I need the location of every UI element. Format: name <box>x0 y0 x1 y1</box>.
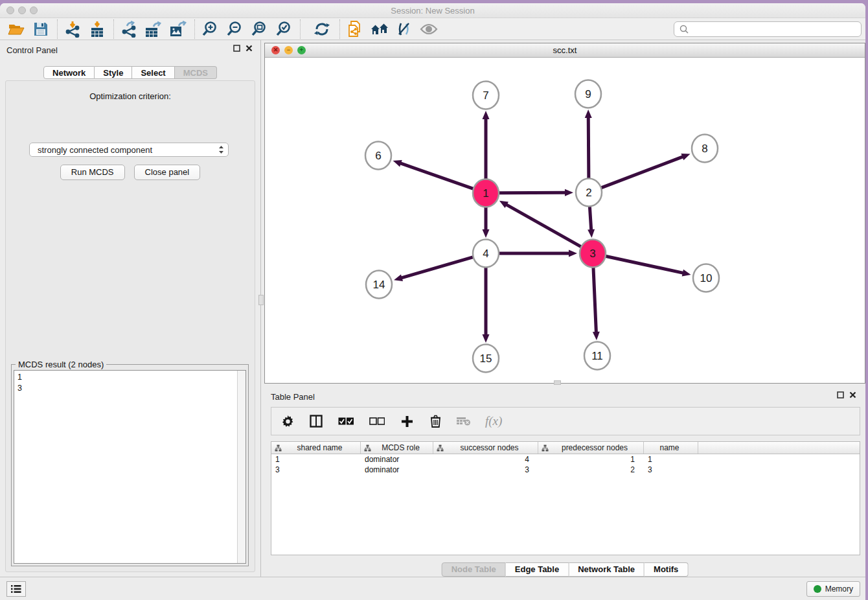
horizontal-splitter-grip[interactable] <box>554 380 561 385</box>
zoom-out-icon[interactable] <box>225 20 244 38</box>
table-cell[interactable]: 1 <box>538 454 644 465</box>
tab-node-table[interactable]: Node Table <box>442 562 506 577</box>
column-header-name[interactable]: name <box>644 442 698 454</box>
control-panel-title: Control Panel <box>6 45 58 55</box>
network-canvas[interactable]: 1234678910111415 <box>265 58 865 383</box>
zoom-in-icon[interactable] <box>200 20 220 38</box>
edge-2-8[interactable] <box>602 157 683 187</box>
result-scrollbar[interactable] <box>237 371 246 563</box>
column-header-predecessor-nodes[interactable]: predecessor nodes <box>538 442 644 454</box>
edge-1-6[interactable] <box>401 163 473 189</box>
table-cell[interactable]: 1 <box>271 454 361 465</box>
tab-edge-table[interactable]: Edge Table <box>506 562 569 577</box>
svg-text:3: 3 <box>589 248 595 260</box>
graph-node-2[interactable]: 2 <box>576 179 602 207</box>
column-header-mcds-role[interactable]: MCDS role <box>361 442 433 454</box>
open-session-icon[interactable] <box>6 20 26 38</box>
edge-3-10[interactable] <box>606 256 683 273</box>
table-cell[interactable]: 2 <box>538 465 644 475</box>
float-panel-icon[interactable] <box>233 45 240 52</box>
run-mcds-button[interactable]: Run MCDS <box>60 165 125 180</box>
graph-node-6[interactable]: 6 <box>365 142 391 170</box>
export-image-icon[interactable] <box>168 20 188 38</box>
table-row[interactable]: 1dominator411 <box>271 454 860 465</box>
import-network-icon[interactable] <box>63 20 82 38</box>
edge-1-2[interactable] <box>499 192 565 193</box>
tab-network[interactable]: Network <box>43 66 95 79</box>
edge-arrow-1-4 <box>483 229 490 238</box>
table-cell[interactable]: 1 <box>644 454 698 465</box>
graph-node-4[interactable]: 4 <box>473 240 499 268</box>
hide-graphics-details-icon[interactable] <box>394 20 414 38</box>
tab-mcds[interactable]: MCDS <box>175 66 217 79</box>
edge-2-3[interactable] <box>589 206 591 229</box>
refresh-network-icon[interactable] <box>312 20 332 38</box>
zoom-selected-icon[interactable] <box>274 20 293 38</box>
function-builder-icon: f(x) <box>485 414 502 428</box>
zoom-fit-icon[interactable] <box>249 20 269 38</box>
graph-node-9[interactable]: 9 <box>575 80 601 108</box>
mcds-result-title: MCDS result (2 nodes) <box>16 360 106 369</box>
table-cell[interactable]: 3 <box>644 465 698 475</box>
table-row[interactable]: 3dominator323 <box>271 465 860 475</box>
search-box[interactable] <box>674 21 862 37</box>
settings-gear-icon[interactable] <box>280 414 295 428</box>
close-panel-icon[interactable] <box>246 45 253 52</box>
save-session-icon[interactable] <box>31 20 51 38</box>
table-cell[interactable]: dominator <box>361 465 433 475</box>
deselect-all-checkboxes-icon[interactable] <box>369 414 385 428</box>
column-header-successor-nodes[interactable]: successor nodes <box>433 442 538 454</box>
svg-text:2: 2 <box>586 187 591 199</box>
mcds-result-textarea[interactable]: 13 <box>14 370 246 564</box>
edge-4-14[interactable] <box>402 257 473 278</box>
export-network-icon[interactable] <box>119 20 139 38</box>
criterion-value: strongly connected component <box>38 145 152 155</box>
app-titlebar: Session: New Session <box>0 3 865 18</box>
criterion-select[interactable]: strongly connected component <box>29 143 229 157</box>
column-layout-icon[interactable] <box>309 414 323 428</box>
tab-select[interactable]: Select <box>132 66 174 79</box>
table-cell[interactable]: 4 <box>433 454 538 465</box>
svg-text:6: 6 <box>375 150 381 162</box>
add-column-icon[interactable] <box>400 414 414 428</box>
graph-node-3[interactable]: 3 <box>580 240 606 268</box>
graph-node-15[interactable]: 15 <box>473 345 499 373</box>
graph-node-1[interactable]: 1 <box>473 179 499 207</box>
table-cell[interactable]: dominator <box>361 454 433 465</box>
table-cell[interactable]: 3 <box>271 465 361 475</box>
task-history-button[interactable] <box>6 581 26 597</box>
graph-node-11[interactable]: 11 <box>584 342 610 370</box>
edge-3-1[interactable] <box>507 205 580 247</box>
tab-style[interactable]: Style <box>95 66 132 79</box>
column-header-shared-name[interactable]: shared name <box>271 442 361 454</box>
table-cell[interactable]: 3 <box>433 465 538 475</box>
first-neighbors-icon[interactable] <box>370 20 389 38</box>
graph-node-14[interactable]: 14 <box>366 271 392 299</box>
tab-motifs[interactable]: Motifs <box>645 562 688 577</box>
select-all-checkboxes-icon[interactable] <box>337 414 354 428</box>
node-table[interactable]: shared nameMCDS rolesuccessor nodesprede… <box>271 441 860 555</box>
new-network-from-selection-icon[interactable] <box>345 20 365 38</box>
close-table-panel-icon[interactable] <box>849 391 856 398</box>
edge-3-11[interactable] <box>593 267 596 332</box>
memory-status-dot <box>814 585 821 593</box>
memory-button[interactable]: Memory <box>806 581 860 597</box>
main-toolbar <box>0 18 865 40</box>
edge-arrow-2-9 <box>585 110 592 118</box>
column-header-filler <box>698 442 860 454</box>
network-title: scc.txt <box>265 45 865 55</box>
splitter-grip[interactable] <box>258 295 264 305</box>
import-table-icon[interactable] <box>87 20 107 38</box>
edge-2-9[interactable] <box>588 118 589 179</box>
search-input[interactable] <box>689 23 861 36</box>
mcds-result-group: MCDS result (2 nodes) 13 <box>11 364 249 566</box>
graph-node-7[interactable]: 7 <box>473 82 499 110</box>
delete-columns-icon[interactable] <box>428 414 442 428</box>
float-table-panel-icon[interactable] <box>837 391 844 398</box>
close-panel-button[interactable]: Close panel <box>134 165 201 180</box>
tab-network-table[interactable]: Network Table <box>569 562 645 577</box>
graph-node-8[interactable]: 8 <box>692 135 718 163</box>
vertical-splitter[interactable] <box>260 40 264 577</box>
graph-node-10[interactable]: 10 <box>693 264 719 292</box>
export-table-icon[interactable] <box>144 20 163 38</box>
